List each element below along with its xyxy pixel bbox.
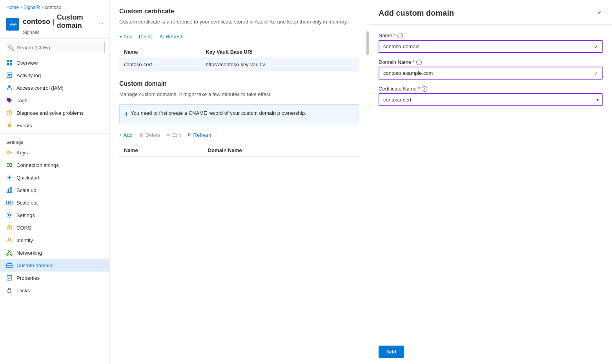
- svg-point-25: [9, 214, 11, 216]
- sidebar-item-cors[interactable]: CORS: [0, 221, 109, 234]
- svg-rect-22: [7, 201, 9, 204]
- search-input[interactable]: [5, 42, 105, 53]
- breadcrumb-current: contoso: [45, 5, 61, 10]
- sidebar-item-label: CORS: [16, 225, 31, 231]
- nav-divider: [0, 133, 109, 134]
- name-check-icon: ✓: [594, 43, 599, 50]
- svg-rect-33: [7, 264, 12, 268]
- cert-refresh-button[interactable]: ↻ Refresh: [160, 32, 184, 41]
- sidebar-item-properties[interactable]: Properties: [0, 272, 109, 284]
- scrollbar-thumb[interactable]: [366, 31, 369, 55]
- svg-rect-3: [10, 60, 12, 62]
- cert-add-button[interactable]: + Add: [119, 32, 133, 41]
- domain-section-title: Custom domain: [119, 80, 359, 87]
- activity-log-icon: [6, 72, 13, 78]
- sidebar-item-quickstart[interactable]: Quickstart: [0, 171, 109, 184]
- sidebar-item-networking[interactable]: Networking: [0, 246, 109, 259]
- cert-col-name: Name: [119, 46, 201, 58]
- name-required: *: [394, 33, 396, 38]
- svg-point-12: [9, 114, 10, 114]
- content-inner: Custom certificate Custom certificate is…: [110, 0, 369, 174]
- info-banner-text: You need to first create a CNAME record …: [131, 109, 306, 117]
- svg-text:www: www: [9, 22, 16, 26]
- panel-title: Add custom domain: [379, 9, 454, 18]
- name-label: Name: [379, 33, 392, 38]
- cert-delete-button[interactable]: Delete: [139, 32, 154, 41]
- panel-header: Add custom domain ×: [369, 0, 612, 25]
- sidebar-item-identity[interactable]: Identity: [0, 234, 109, 246]
- svg-rect-21: [10, 188, 12, 192]
- refresh-icon: ↻: [160, 34, 164, 40]
- panel-close-button[interactable]: ×: [596, 8, 603, 18]
- sidebar-item-label: Scale up: [16, 187, 36, 193]
- domain-col-name: Name: [119, 144, 203, 157]
- svg-rect-16: [7, 163, 9, 167]
- sidebar-item-locks[interactable]: Locks: [0, 284, 109, 297]
- panel-body: Name * i ✓ Domain Name * i: [369, 25, 612, 339]
- domain-name-field: Domain Name * i ✓: [379, 59, 603, 80]
- main-content: Custom certificate Custom certificate is…: [110, 0, 612, 364]
- table-row[interactable]: contoso-cert https://contoso-key-vault.v…: [119, 58, 359, 71]
- overview-icon: [6, 60, 13, 66]
- cert-table: Name Key Vault Base URI contoso-cert htt…: [119, 46, 359, 71]
- sidebar-item-connection-strings[interactable]: Connection strings: [0, 159, 109, 171]
- domain-name-info-icon[interactable]: i: [416, 60, 422, 65]
- cert-section-desc: Custom certificate is a reference to you…: [119, 18, 359, 26]
- domain-delete-button[interactable]: 🗑 Delete: [139, 130, 160, 139]
- scaleout-icon: [6, 199, 13, 206]
- resource-type: SignalR: [23, 30, 103, 35]
- sidebar-item-label: Locks: [16, 288, 30, 293]
- domain-name-input[interactable]: [379, 67, 603, 80]
- svg-rect-37: [7, 275, 12, 280]
- custom-domain-icon: [6, 262, 13, 268]
- breadcrumb-signalr[interactable]: SignalR: [24, 5, 40, 10]
- sidebar-item-iam[interactable]: Access control (IAM): [0, 81, 109, 94]
- cert-name-select[interactable]: contoso-cert: [379, 93, 603, 106]
- sidebar-item-label: Settings: [16, 212, 35, 218]
- sidebar-item-overview[interactable]: Overview: [0, 56, 109, 69]
- name-input[interactable]: [379, 40, 603, 53]
- connection-strings-icon: [6, 162, 13, 168]
- domain-toolbar: + Add 🗑 Delete ✏ Edit ↻ Refresh: [119, 130, 359, 139]
- svg-rect-2: [7, 60, 9, 62]
- svg-line-31: [7, 252, 9, 254]
- domain-table: Name Domain Name: [119, 144, 359, 157]
- networking-icon: [6, 250, 13, 256]
- domain-refresh-button[interactable]: ↻ Refresh: [188, 130, 211, 139]
- domain-edit-button[interactable]: ✏ Edit: [166, 130, 181, 139]
- panel-footer: Add: [369, 339, 612, 364]
- sidebar-item-label: Identity: [16, 237, 33, 243]
- sidebar-item-diagnose[interactable]: Diagnose and solve problems: [0, 107, 109, 119]
- cert-toolbar: + Add Delete ↻ Refresh: [119, 32, 359, 41]
- sidebar-item-scale-up[interactable]: Scale up: [0, 184, 109, 196]
- sidebar-item-label: Events: [16, 123, 32, 129]
- sidebar-item-custom-domain[interactable]: Custom domain: [0, 259, 109, 272]
- domain-name-check-icon: ✓: [594, 70, 599, 76]
- more-options-icon[interactable]: ...: [99, 19, 103, 25]
- breadcrumb-home[interactable]: Home: [6, 5, 19, 10]
- sidebar-item-keys[interactable]: Keys: [0, 146, 109, 159]
- cert-name-info-icon[interactable]: i: [422, 86, 427, 92]
- cors-icon: [6, 225, 13, 231]
- sidebar-item-settings[interactable]: Settings: [0, 209, 109, 221]
- sidebar-item-activity-log[interactable]: Activity log: [0, 69, 109, 81]
- svg-rect-40: [8, 290, 11, 293]
- identity-icon: [6, 237, 13, 243]
- sidebar-item-label: Custom domain: [16, 263, 52, 268]
- svg-line-32: [9, 252, 11, 254]
- svg-rect-5: [10, 63, 12, 65]
- svg-point-28: [9, 250, 10, 252]
- cert-row-uri: https://contoso-key-vault.v...: [201, 58, 360, 71]
- panel-add-button[interactable]: Add: [379, 346, 404, 358]
- name-info-icon[interactable]: i: [397, 33, 403, 38]
- sidebar-item-label: Connection strings: [16, 162, 59, 168]
- sidebar-item-events[interactable]: Events: [0, 119, 109, 132]
- sidebar-item-tags[interactable]: Tags: [0, 94, 109, 107]
- domain-add-button[interactable]: + Add: [119, 130, 133, 139]
- cert-name-label: Certificate Name: [379, 86, 417, 92]
- sidebar-item-label: Activity log: [16, 72, 41, 78]
- diagnose-icon: [6, 110, 13, 116]
- domain-name-required: *: [413, 59, 415, 65]
- svg-point-13: [7, 151, 10, 154]
- sidebar-item-scale-out[interactable]: Scale out: [0, 196, 109, 209]
